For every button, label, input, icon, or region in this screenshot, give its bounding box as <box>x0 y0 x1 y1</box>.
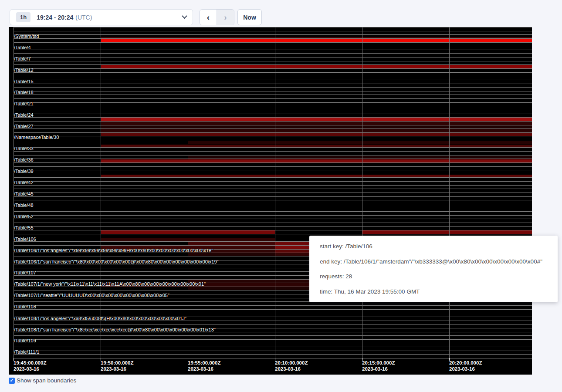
span-boundary-line <box>14 185 532 186</box>
span-boundary-line <box>14 151 532 152</box>
heat-band <box>188 279 309 283</box>
tooltip-requests: requests: 28 <box>320 273 547 280</box>
span-boundary-line <box>14 53 532 54</box>
time-grid-line <box>362 27 362 358</box>
time-nav-group: ‹ › <box>200 9 234 25</box>
span-boundary-line <box>14 87 532 88</box>
span-boundary-line <box>14 80 532 80</box>
span-boundary-line <box>14 343 532 343</box>
row-label: /Table/108 <box>14 304 36 309</box>
prev-range-button[interactable]: ‹ <box>200 10 217 25</box>
span-boundary-line <box>14 189 532 189</box>
span-boundary-line <box>14 140 532 140</box>
span-boundary-line <box>14 64 532 65</box>
span-boundary-line <box>14 166 532 167</box>
span-tooltip: start key: /Table/106 end key: /Table/10… <box>309 236 558 302</box>
x-axis-label: 20:10:00.000Z2023-03-16 <box>275 360 308 372</box>
tooltip-end-key: end key: /Table/106/1/"amsterdam"/"\xb33… <box>320 258 547 265</box>
span-boundary-line <box>14 61 532 61</box>
time-grid-line <box>101 27 101 358</box>
next-range-button[interactable]: › <box>217 10 234 25</box>
span-boundary-line <box>14 347 532 347</box>
span-boundary-line <box>14 351 532 351</box>
span-boundary-line <box>14 42 532 43</box>
heat-band <box>275 242 309 245</box>
span-boundary-line <box>14 68 532 69</box>
span-boundary-line <box>14 181 532 182</box>
row-label: /Table/107 <box>14 270 36 275</box>
tooltip-start-key: start key: /Table/106 <box>320 243 547 250</box>
row-label: /Table/45 <box>14 191 34 196</box>
span-boundary-line <box>14 215 532 216</box>
span-boundary-line <box>14 335 532 336</box>
time-range-selector[interactable]: 1h 19:24 - 20:24 (UTC) <box>10 9 193 25</box>
span-boundary-line <box>14 230 532 230</box>
time-grid-line <box>188 27 188 358</box>
x-axis-label: 19:45:00.000Z2023-03-16 <box>14 360 46 372</box>
row-label: /Table/33 <box>14 146 34 151</box>
span-boundary-line <box>14 110 532 110</box>
row-label: /Table/106/1/"san francisco"/"\x80\x00\x… <box>14 259 219 264</box>
span-boundary-line <box>14 313 532 313</box>
show-span-boundaries-checkbox[interactable]: ✓ <box>9 378 15 384</box>
row-label: /Table/107/1/"new york"/"\x11\x11\x11\x1… <box>14 281 206 287</box>
row-label: /Table/24 <box>14 112 34 118</box>
span-boundary-line <box>14 84 532 84</box>
show-span-boundaries-label: Show span boundaries <box>17 377 76 384</box>
span-boundary-line <box>14 174 532 174</box>
span-boundary-line <box>14 95 532 95</box>
span-boundary-line <box>14 128 532 129</box>
x-axis-label: 20:20:00.000Z2023-03-16 <box>449 360 482 372</box>
span-boundary-line <box>14 125 532 125</box>
row-label: /Table/106 <box>14 237 36 242</box>
span-boundary-line <box>14 132 532 133</box>
tooltip-time: time: Thu, 16 Mar 2023 19:55:00 GMT <box>320 288 547 295</box>
row-label: /Table/109 <box>14 338 36 343</box>
span-boundary-line <box>14 358 532 358</box>
span-boundary-line <box>14 170 532 170</box>
span-boundary-line <box>14 226 532 227</box>
heat-band <box>188 287 309 290</box>
span-boundary-line <box>14 76 532 76</box>
now-button[interactable]: Now <box>237 9 262 25</box>
row-label: /Table/52 <box>14 214 34 219</box>
row-label: /Table/39 <box>14 169 34 174</box>
span-boundary-line <box>14 46 532 46</box>
row-label: /Table/107/1/"seattle"/"UUUUUUD\x00\x80\… <box>14 293 169 298</box>
span-boundary-line <box>14 324 532 324</box>
heat-band <box>362 230 532 234</box>
row-label: /Table/55 <box>14 225 34 230</box>
row-label: /Table/27 <box>14 124 34 129</box>
footer-controls: ✓ Show span boundaries <box>9 377 76 384</box>
row-label: /Table/21 <box>14 101 34 106</box>
chevron-down-icon <box>182 13 187 19</box>
span-boundary-line <box>14 234 532 234</box>
heatmap-canvas[interactable]: /System/tsd/Table/4/Table/7/Table/12/Tab… <box>9 27 532 375</box>
span-boundary-line <box>14 121 532 122</box>
row-label: /Table/48 <box>14 203 34 208</box>
row-label: /Table/42 <box>14 180 34 185</box>
key-visualizer-page: 1h 19:24 - 20:24 (UTC) ‹ › Now /System/t… <box>0 0 562 392</box>
span-boundary-line <box>14 211 532 212</box>
span-boundary-line <box>14 38 532 39</box>
row-label: /System/tsd <box>14 34 39 39</box>
row-label: /Table/108/1/"san francisco"/"\x8c\xcc\x… <box>14 327 216 332</box>
time-grid-line <box>449 27 450 358</box>
row-label: /NamespaceTable/30 <box>14 135 59 140</box>
span-boundary-line <box>14 144 532 144</box>
heat-band <box>101 118 532 121</box>
span-boundary-line <box>14 114 532 114</box>
span-boundary-line <box>14 31 532 31</box>
range-text: 19:24 - 20:24 <box>37 14 73 21</box>
heat-band <box>188 242 275 245</box>
x-axis-label: 19:50:00.000Z2023-03-16 <box>101 360 133 372</box>
heat-band <box>101 65 532 68</box>
span-boundary-line <box>14 50 532 50</box>
span-boundary-line <box>14 309 532 310</box>
heat-band <box>275 245 309 249</box>
span-boundary-line <box>14 305 532 306</box>
span-boundary-line <box>14 193 532 193</box>
span-boundary-line <box>14 72 532 73</box>
span-boundary-line <box>14 200 532 200</box>
span-boundary-line <box>14 204 532 204</box>
